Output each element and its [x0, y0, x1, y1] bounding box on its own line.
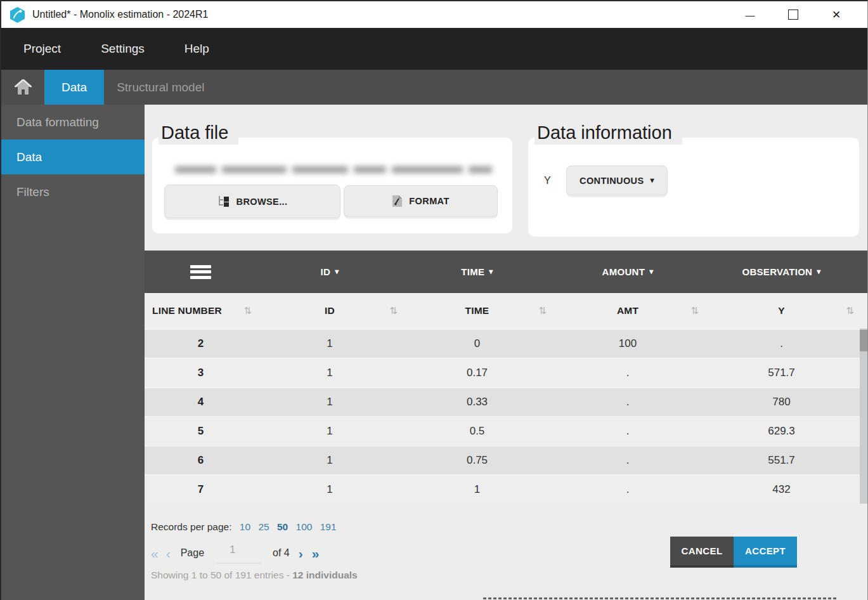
file-tree-icon [217, 195, 230, 207]
scrollbar-thumb[interactable] [860, 330, 868, 351]
sidebar-item-data-formatting[interactable]: Data formatting [1, 105, 145, 140]
app-window: Untitled* - Monolix estimation - 2024R1 … [0, 0, 868, 600]
column-menu-time[interactable]: TIME ▾ [403, 266, 552, 277]
column-menu-id[interactable]: ID ▾ [257, 266, 403, 277]
monolix-logo-icon [9, 6, 26, 23]
records-per-page: Records per page: 10 25 50 100 191 [151, 521, 337, 533]
previous-page-button[interactable]: ‹ [166, 547, 171, 560]
table-row: 5 1 0.5 . 629.3 [145, 416, 868, 445]
cell-id: 1 [257, 483, 403, 496]
home-icon [15, 79, 32, 95]
chevron-down-icon: ▾ [489, 267, 493, 276]
cell-amt: . [552, 367, 704, 379]
records-per-page-label: Records per page: [151, 521, 232, 532]
sort-icon[interactable]: ⇅ [389, 305, 398, 316]
hamburger-menu-icon[interactable] [190, 265, 211, 279]
observation-type-dropdown[interactable]: CONTINUOUS ▾ [566, 166, 668, 195]
cell-line-number: 6 [145, 454, 257, 467]
column-type-header: ID ▾ TIME ▾ AMOUNT ▾ OBSERVATION [145, 251, 868, 293]
home-button[interactable] [1, 70, 44, 105]
column-menu-observation[interactable]: OBSERVATION ▾ [704, 266, 859, 277]
cell-amt: . [552, 425, 704, 438]
cell-y: 432 [704, 483, 859, 496]
cell-amt: . [552, 454, 704, 467]
table-row: 2 1 0 100 . [145, 329, 868, 358]
header-id: ID ⇅ [257, 305, 403, 316]
sort-icon[interactable]: ⇅ [846, 305, 854, 316]
header-line-number: LINE NUMBER ⇅ [145, 305, 257, 316]
chevron-down-icon: ▾ [649, 267, 653, 276]
menu-help[interactable]: Help [185, 42, 209, 56]
sidebar: Data formatting Data Filters [1, 105, 145, 600]
cell-y: 571.7 [704, 367, 859, 379]
table-row: 3 1 0.17 . 571.7 [145, 358, 868, 387]
cell-time: 0.33 [403, 396, 552, 408]
sort-icon[interactable]: ⇅ [538, 305, 547, 316]
data-information-title: Data information [534, 122, 682, 145]
table-row: 4 1 0.33 . 780 [145, 387, 868, 416]
action-buttons: CANCEL ACCEPT [670, 537, 797, 568]
cell-amt: . [552, 483, 704, 496]
menu-project[interactable]: Project [23, 42, 61, 56]
data-file-path-redacted [166, 160, 501, 178]
tab-data[interactable]: Data [44, 70, 104, 105]
sidebar-item-filters[interactable]: Filters [1, 174, 145, 209]
records-option-10[interactable]: 10 [240, 521, 250, 532]
close-button[interactable]: ✕ [822, 5, 851, 24]
browse-button[interactable]: BROWSE... [164, 185, 340, 218]
cell-line-number: 2 [145, 337, 257, 350]
first-page-button[interactable]: « [151, 547, 159, 560]
records-option-191[interactable]: 191 [320, 521, 337, 532]
header-y: Y ⇅ [704, 305, 859, 316]
cell-time: 0.5 [403, 425, 552, 438]
format-button[interactable]: FORMAT [344, 185, 498, 217]
minimize-button[interactable]: — [735, 5, 765, 24]
pagination-controls: « ‹ Page of 4 › » [151, 542, 319, 564]
menu-bar: Project Settings Help [1, 28, 867, 70]
cell-id: 1 [257, 454, 403, 467]
records-option-50[interactable]: 50 [277, 521, 288, 532]
tab-structural-model[interactable]: Structural model [104, 70, 217, 105]
maximize-icon [788, 10, 798, 20]
menu-settings[interactable]: Settings [101, 42, 145, 56]
table-body: 2 1 0 100 . 3 1 0.17 . 571.7 4 [145, 329, 868, 504]
document-edit-icon [392, 195, 403, 207]
data-table: ID ▾ TIME ▾ AMOUNT ▾ OBSERVATION [145, 251, 868, 504]
cell-amt: 100 [552, 337, 704, 350]
cell-id: 1 [257, 367, 403, 379]
clipped-bottom-text [483, 597, 838, 599]
sidebar-item-data[interactable]: Data [1, 140, 145, 174]
page-number-input[interactable] [217, 542, 262, 564]
entries-summary: Showing 1 to 50 of 191 entries - 12 indi… [151, 570, 358, 581]
cancel-button[interactable]: CANCEL [670, 537, 734, 568]
sort-icon[interactable]: ⇅ [690, 305, 699, 316]
cell-time: 0 [403, 337, 552, 350]
header-time: TIME ⇅ [403, 305, 552, 316]
last-page-button[interactable]: » [312, 547, 320, 560]
cell-y: . [704, 337, 859, 350]
accept-button[interactable]: ACCEPT [734, 537, 797, 568]
next-page-button[interactable]: › [299, 547, 303, 560]
cell-line-number: 7 [145, 483, 257, 496]
main-content: Data file BROWSE... [145, 105, 867, 600]
individuals-count: 12 individuals [292, 570, 358, 580]
window-controls: — ✕ [722, 5, 867, 24]
records-option-25[interactable]: 25 [258, 521, 269, 532]
table-header-row: LINE NUMBER ⇅ ID ⇅ TIME ⇅ AMT [145, 293, 868, 329]
page-label: Page [181, 547, 204, 559]
maximize-button[interactable] [779, 5, 808, 24]
header-amt: AMT ⇅ [552, 305, 704, 316]
cell-time: 1 [403, 483, 552, 496]
cell-id: 1 [257, 425, 403, 438]
observation-name: Y [544, 175, 566, 186]
column-menu-amount[interactable]: AMOUNT ▾ [552, 266, 704, 277]
cell-y: 629.3 [704, 425, 859, 438]
cell-y: 551.7 [704, 454, 859, 467]
sort-icon[interactable]: ⇅ [243, 305, 252, 316]
table-row: 6 1 0.75 . 551.7 [145, 445, 868, 474]
records-option-100[interactable]: 100 [296, 521, 313, 532]
table-scrollbar[interactable] [860, 329, 868, 504]
tab-bar: Data Structural model [1, 70, 867, 105]
tab-structural-model-label: Structural model [117, 81, 204, 95]
data-file-card: Data file BROWSE... [152, 138, 512, 233]
